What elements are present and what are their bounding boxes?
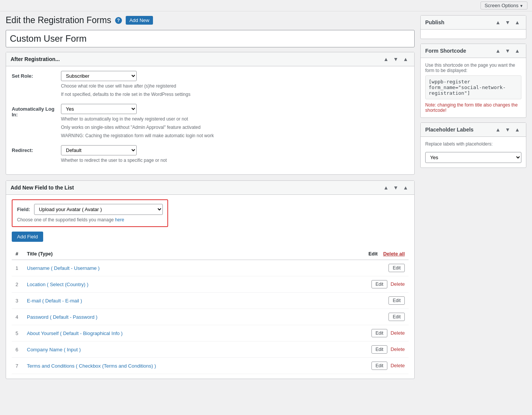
set-role-hint2: If not specified, defaults to the role s…: [61, 91, 409, 98]
auto-login-content: Yes Whether to automatically log in the …: [61, 104, 409, 139]
main-content: Edit the Registration Forms ? Add New Af…: [6, 15, 415, 385]
add-new-button[interactable]: Add New: [126, 16, 153, 25]
row-title: E-mail ( Default - E-mail ): [23, 293, 315, 309]
edit-button[interactable]: Edit: [371, 280, 388, 288]
publish-toggle-btn[interactable]: ▲: [513, 19, 521, 26]
publish-metabox-header[interactable]: Publish ▲ ▼ ▲: [421, 16, 526, 30]
row-actions: EditDelete: [315, 325, 409, 341]
placeholder-down-btn[interactable]: ▼: [504, 126, 512, 133]
delete-link[interactable]: Delete: [390, 330, 405, 336]
edit-button[interactable]: Edit: [371, 345, 388, 354]
placeholder-controls: ▲ ▼ ▲: [494, 126, 521, 133]
auto-login-hint3: WARNING: Caching the registration form w…: [61, 132, 409, 139]
placeholder-toggle-btn[interactable]: ▲: [513, 126, 521, 133]
publish-metabox: Publish ▲ ▼ ▲: [420, 15, 526, 39]
delete-link[interactable]: Delete: [390, 281, 405, 287]
shortcode-down-btn[interactable]: ▼: [504, 47, 512, 55]
screen-options-button[interactable]: Screen Options: [481, 2, 527, 9]
row-title: Terms and Conditions ( Checkbox (Terms a…: [23, 358, 315, 374]
shortcode-toggle-btn[interactable]: ▲: [513, 47, 521, 55]
sidebar: Publish ▲ ▼ ▲ Form Shortcode ▲ ▼ ▲: [420, 15, 526, 385]
publish-controls: ▲ ▼ ▲: [494, 19, 521, 26]
auto-login-hint1: Whether to automatically log in the newl…: [61, 116, 409, 122]
row-title: Location ( Select (Country) ): [23, 276, 315, 293]
row-actions: EditDelete: [315, 358, 409, 374]
metabox-controls: ▲ ▼ ▲: [382, 55, 410, 63]
page-title-row: Edit the Registration Forms ? Add New: [6, 15, 415, 25]
collapse-up-button[interactable]: ▲: [382, 55, 390, 63]
row-num: 2: [12, 276, 23, 293]
placeholder-desc: Replace labels with placeholders:: [425, 141, 521, 147]
field-select-inline: Field: Upload your Avatar ( Avatar ): [17, 204, 163, 215]
placeholder-up-btn[interactable]: ▲: [494, 126, 502, 133]
row-title: Password ( Default - Password ): [23, 309, 315, 325]
set-role-row: Set Role: Subscriber Choose what role th…: [12, 71, 409, 98]
shortcode-note: Note: changing the form title also chang…: [425, 102, 521, 113]
field-hint-link[interactable]: here: [115, 217, 124, 222]
edit-button[interactable]: Edit: [388, 264, 405, 272]
toggle-button[interactable]: ▲: [401, 55, 410, 63]
publish-down-btn[interactable]: ▼: [504, 19, 512, 26]
auto-login-row: Automatically Log In: Yes Whether to aut…: [12, 104, 409, 139]
collapse-down-button[interactable]: ▼: [392, 55, 400, 63]
page-container: Edit the Registration Forms ? Add New Af…: [0, 11, 532, 385]
placeholder-labels-select[interactable]: Yes: [425, 152, 521, 163]
add-field-button[interactable]: Add Field: [12, 232, 43, 242]
set-role-label: Set Role:: [12, 71, 61, 79]
set-role-select[interactable]: Subscriber: [61, 71, 137, 81]
shortcode-value[interactable]: [wppb-register form_name="social-network…: [425, 75, 521, 99]
shortcode-up-btn[interactable]: ▲: [494, 47, 502, 55]
edit-button[interactable]: Edit: [371, 362, 388, 370]
placeholder-labels-title: Placeholder Labels: [425, 127, 474, 133]
placeholder-labels-header[interactable]: Placeholder Labels ▲ ▼ ▲: [421, 123, 526, 137]
field-type-select[interactable]: Upload your Avatar ( Avatar ): [34, 204, 163, 215]
publish-title: Publish: [425, 19, 445, 25]
after-registration-metabox: After Registration... ▲ ▼ ▲ Set Role: Su…: [6, 52, 415, 175]
form-shortcode-metabox: Form Shortcode ▲ ▼ ▲ Use this shortcode …: [420, 44, 526, 118]
redirect-select[interactable]: Default: [61, 145, 137, 155]
set-role-hint1: Choose what role the user will have afte…: [61, 83, 409, 89]
fields-table: # Title (Type) Edit Delete all 1Username…: [12, 248, 409, 374]
delete-link[interactable]: Delete: [390, 346, 405, 352]
form-shortcode-header[interactable]: Form Shortcode ▲ ▼ ▲: [421, 44, 526, 58]
redirect-label: Redirect:: [12, 145, 61, 153]
row-actions: EditDelete: [315, 341, 409, 358]
table-row: 7Terms and Conditions ( Checkbox (Terms …: [12, 358, 409, 374]
edit-button[interactable]: Edit: [388, 296, 405, 305]
redirect-row: Redirect: Default Whether to redirect th…: [12, 145, 409, 164]
publish-up-btn[interactable]: ▲: [494, 19, 502, 26]
redirect-hint: Whether to redirect the user to a specif…: [61, 157, 409, 164]
table-row: 5About Yourself ( Default - Biographical…: [12, 325, 409, 341]
form-title-input[interactable]: [6, 30, 415, 47]
edit-button[interactable]: Edit: [388, 313, 405, 321]
row-actions: EditDelete: [315, 276, 409, 293]
add-field-up-button[interactable]: ▲: [382, 184, 390, 191]
delete-link[interactable]: Delete: [390, 363, 405, 368]
add-field-toggle-button[interactable]: ▲: [401, 184, 410, 191]
row-actions: Edit: [315, 260, 409, 276]
row-num: 5: [12, 325, 23, 341]
redirect-content: Default Whether to redirect the user to …: [61, 145, 409, 164]
auto-login-label: Automatically Log In:: [12, 104, 61, 117]
table-row: 2Location ( Select (Country) )EditDelete: [12, 276, 409, 293]
after-registration-body: Set Role: Subscriber Choose what role th…: [6, 66, 414, 174]
form-shortcode-title: Form Shortcode: [425, 48, 466, 54]
help-icon[interactable]: ?: [115, 17, 122, 24]
shortcode-controls: ▲ ▼ ▲: [494, 47, 521, 55]
table-row: 3E-mail ( Default - E-mail )Edit: [12, 293, 409, 309]
add-new-field-title: Add New Field to the List: [11, 185, 74, 191]
row-num: 1: [12, 260, 23, 276]
row-title: About Yourself ( Default - Biographical …: [23, 325, 315, 341]
set-role-content: Subscriber Choose what role the user wil…: [61, 71, 409, 98]
row-num: 4: [12, 309, 23, 325]
add-new-field-metabox: Add New Field to the List ▲ ▼ ▲ Field: U…: [6, 180, 415, 379]
after-registration-title: After Registration...: [11, 56, 60, 62]
delete-all-link[interactable]: Delete all: [383, 251, 405, 257]
auto-login-select[interactable]: Yes: [61, 104, 137, 114]
add-field-down-button[interactable]: ▼: [392, 184, 400, 191]
add-field-metabox-controls: ▲ ▼ ▲: [382, 184, 410, 191]
edit-button[interactable]: Edit: [371, 329, 388, 337]
field-select-hint: Choose one of the supported fields you m…: [17, 217, 163, 222]
col-num-header: #: [12, 248, 23, 260]
publish-body: [421, 30, 526, 39]
